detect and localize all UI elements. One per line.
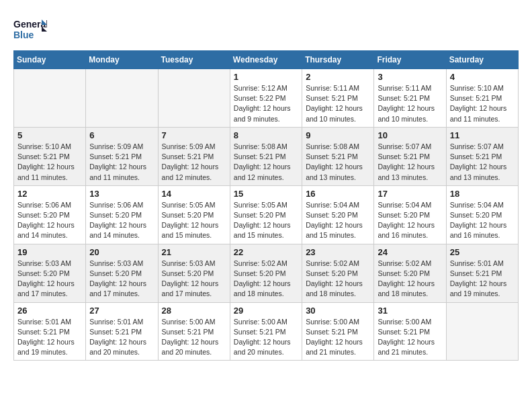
day-number: 12 (17, 189, 82, 199)
logo: GeneralBlue (13, 17, 47, 44)
day-info: Sunrise: 5:02 AMSunset: 5:20 PMDaylight:… (306, 259, 370, 300)
weekday-header-saturday: Saturday (446, 51, 518, 69)
day-number: 25 (450, 247, 515, 257)
weekday-header-friday: Friday (374, 51, 446, 69)
day-info: Sunrise: 5:04 AMSunset: 5:20 PMDaylight:… (306, 200, 370, 241)
calendar-cell (14, 69, 86, 128)
week-row-2: 5Sunrise: 5:10 AMSunset: 5:21 PMDaylight… (14, 127, 519, 185)
day-number: 10 (378, 130, 442, 140)
calendar-cell: 29Sunrise: 5:00 AMSunset: 5:21 PMDayligh… (230, 302, 302, 361)
day-info: Sunrise: 5:08 AMSunset: 5:21 PMDaylight:… (234, 142, 298, 183)
day-info: Sunrise: 5:03 AMSunset: 5:20 PMDaylight:… (89, 259, 154, 300)
day-info: Sunrise: 5:12 AMSunset: 5:22 PMDaylight:… (234, 83, 298, 124)
week-row-3: 12Sunrise: 5:06 AMSunset: 5:20 PMDayligh… (14, 185, 519, 244)
day-info: Sunrise: 5:09 AMSunset: 5:21 PMDaylight:… (162, 142, 226, 183)
calendar-cell: 31Sunrise: 5:00 AMSunset: 5:21 PMDayligh… (374, 302, 446, 361)
day-info: Sunrise: 5:10 AMSunset: 5:21 PMDaylight:… (450, 83, 515, 124)
calendar-cell: 12Sunrise: 5:06 AMSunset: 5:20 PMDayligh… (14, 185, 86, 244)
day-number: 6 (89, 130, 154, 140)
calendar-cell: 13Sunrise: 5:06 AMSunset: 5:20 PMDayligh… (86, 185, 158, 244)
calendar-cell: 25Sunrise: 5:01 AMSunset: 5:21 PMDayligh… (446, 244, 518, 302)
day-info: Sunrise: 5:04 AMSunset: 5:20 PMDaylight:… (378, 200, 442, 241)
day-number: 3 (378, 72, 442, 82)
day-info: Sunrise: 5:04 AMSunset: 5:20 PMDaylight:… (450, 200, 515, 241)
calendar-table: SundayMondayTuesdayWednesdayThursdayFrid… (13, 50, 519, 361)
day-number: 26 (17, 306, 82, 316)
calendar-cell: 24Sunrise: 5:02 AMSunset: 5:20 PMDayligh… (374, 244, 446, 302)
day-number: 24 (378, 247, 442, 257)
day-number: 7 (162, 130, 226, 140)
calendar-cell: 28Sunrise: 5:00 AMSunset: 5:21 PMDayligh… (158, 302, 230, 361)
day-number: 8 (234, 130, 298, 140)
calendar-cell: 21Sunrise: 5:03 AMSunset: 5:20 PMDayligh… (158, 244, 230, 302)
day-info: Sunrise: 5:05 AMSunset: 5:20 PMDaylight:… (162, 200, 226, 241)
calendar-cell: 19Sunrise: 5:03 AMSunset: 5:20 PMDayligh… (14, 244, 86, 302)
day-info: Sunrise: 5:01 AMSunset: 5:21 PMDaylight:… (17, 317, 82, 358)
calendar-cell (86, 69, 158, 128)
calendar-cell: 3Sunrise: 5:11 AMSunset: 5:21 PMDaylight… (374, 69, 446, 128)
day-number: 31 (378, 306, 442, 316)
calendar-cell: 15Sunrise: 5:05 AMSunset: 5:20 PMDayligh… (230, 185, 302, 244)
day-info: Sunrise: 5:07 AMSunset: 5:21 PMDaylight:… (378, 142, 442, 183)
day-info: Sunrise: 5:10 AMSunset: 5:21 PMDaylight:… (17, 142, 82, 183)
calendar-cell (158, 69, 230, 128)
day-number: 16 (306, 189, 370, 199)
calendar-cell: 17Sunrise: 5:04 AMSunset: 5:20 PMDayligh… (374, 185, 446, 244)
day-info: Sunrise: 5:08 AMSunset: 5:21 PMDaylight:… (306, 142, 370, 183)
calendar-cell: 16Sunrise: 5:04 AMSunset: 5:20 PMDayligh… (302, 185, 374, 244)
day-info: Sunrise: 5:00 AMSunset: 5:21 PMDaylight:… (306, 317, 370, 358)
calendar-cell (446, 302, 518, 361)
day-info: Sunrise: 5:01 AMSunset: 5:21 PMDaylight:… (450, 259, 515, 300)
day-info: Sunrise: 5:11 AMSunset: 5:21 PMDaylight:… (378, 83, 442, 124)
calendar-cell: 1Sunrise: 5:12 AMSunset: 5:22 PMDaylight… (230, 69, 302, 128)
calendar-cell: 8Sunrise: 5:08 AMSunset: 5:21 PMDaylight… (230, 127, 302, 185)
svg-text:Blue: Blue (13, 30, 34, 40)
day-number: 30 (306, 306, 370, 316)
day-info: Sunrise: 5:00 AMSunset: 5:21 PMDaylight:… (378, 317, 442, 358)
weekday-header-row: SundayMondayTuesdayWednesdayThursdayFrid… (14, 51, 519, 69)
logo-graphic: GeneralBlue (13, 17, 47, 44)
day-number: 4 (450, 72, 515, 82)
calendar-cell: 14Sunrise: 5:05 AMSunset: 5:20 PMDayligh… (158, 185, 230, 244)
week-row-4: 19Sunrise: 5:03 AMSunset: 5:20 PMDayligh… (14, 244, 519, 302)
calendar-cell: 26Sunrise: 5:01 AMSunset: 5:21 PMDayligh… (14, 302, 86, 361)
calendar-cell: 23Sunrise: 5:02 AMSunset: 5:20 PMDayligh… (302, 244, 374, 302)
day-info: Sunrise: 5:11 AMSunset: 5:21 PMDaylight:… (306, 83, 370, 124)
day-number: 28 (162, 306, 226, 316)
day-number: 29 (234, 306, 298, 316)
calendar-cell: 4Sunrise: 5:10 AMSunset: 5:21 PMDaylight… (446, 69, 518, 128)
calendar-cell: 18Sunrise: 5:04 AMSunset: 5:20 PMDayligh… (446, 185, 518, 244)
weekday-header-thursday: Thursday (302, 51, 374, 69)
calendar-cell: 10Sunrise: 5:07 AMSunset: 5:21 PMDayligh… (374, 127, 446, 185)
day-info: Sunrise: 5:00 AMSunset: 5:21 PMDaylight:… (234, 317, 298, 358)
day-number: 20 (89, 247, 154, 257)
day-number: 27 (89, 306, 154, 316)
day-number: 15 (234, 189, 298, 199)
calendar-cell: 5Sunrise: 5:10 AMSunset: 5:21 PMDaylight… (14, 127, 86, 185)
calendar-cell: 22Sunrise: 5:02 AMSunset: 5:20 PMDayligh… (230, 244, 302, 302)
day-info: Sunrise: 5:00 AMSunset: 5:21 PMDaylight:… (162, 317, 226, 358)
day-info: Sunrise: 5:01 AMSunset: 5:21 PMDaylight:… (89, 317, 154, 358)
day-number: 19 (17, 247, 82, 257)
day-number: 14 (162, 189, 226, 199)
day-info: Sunrise: 5:03 AMSunset: 5:20 PMDaylight:… (17, 259, 82, 300)
day-number: 22 (234, 247, 298, 257)
header: GeneralBlue (13, 13, 519, 44)
day-info: Sunrise: 5:09 AMSunset: 5:21 PMDaylight:… (89, 142, 154, 183)
day-number: 18 (450, 189, 515, 199)
calendar-cell: 6Sunrise: 5:09 AMSunset: 5:21 PMDaylight… (86, 127, 158, 185)
week-row-1: 1Sunrise: 5:12 AMSunset: 5:22 PMDaylight… (14, 69, 519, 128)
day-info: Sunrise: 5:06 AMSunset: 5:20 PMDaylight:… (17, 200, 82, 241)
day-number: 11 (450, 130, 515, 140)
day-number: 13 (89, 189, 154, 199)
day-number: 21 (162, 247, 226, 257)
day-info: Sunrise: 5:07 AMSunset: 5:21 PMDaylight:… (450, 142, 515, 183)
weekday-header-sunday: Sunday (14, 51, 86, 69)
calendar-cell: 27Sunrise: 5:01 AMSunset: 5:21 PMDayligh… (86, 302, 158, 361)
calendar-cell: 9Sunrise: 5:08 AMSunset: 5:21 PMDaylight… (302, 127, 374, 185)
weekday-header-wednesday: Wednesday (230, 51, 302, 69)
day-info: Sunrise: 5:02 AMSunset: 5:20 PMDaylight:… (234, 259, 298, 300)
weekday-header-monday: Monday (86, 51, 158, 69)
calendar-cell: 11Sunrise: 5:07 AMSunset: 5:21 PMDayligh… (446, 127, 518, 185)
day-number: 5 (17, 130, 82, 140)
